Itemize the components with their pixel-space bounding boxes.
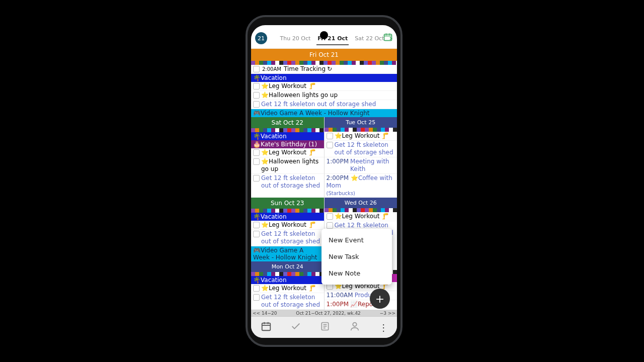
- day-header-sat[interactable]: Sat Oct 22: [251, 117, 324, 128]
- event-label: Meeting with Keith: [350, 158, 396, 173]
- checkbox-icon[interactable]: [253, 92, 260, 99]
- checkbox-icon[interactable]: [253, 66, 260, 72]
- overflow-icon[interactable]: ⋮: [379, 322, 387, 333]
- bottom-nav: ⋮: [251, 316, 397, 338]
- fab-add[interactable]: +: [370, 289, 390, 309]
- goto-date-icon[interactable]: [383, 32, 393, 44]
- event-vacation[interactable]: 🌴Vacation: [251, 276, 324, 284]
- event-skeleton[interactable]: Get 12 ft skeleton out of storage shed: [251, 293, 324, 310]
- event-meeting[interactable]: 1:00PM Meeting with Keith: [325, 157, 397, 174]
- category-strip: [251, 61, 397, 65]
- tasks-icon[interactable]: [290, 321, 301, 334]
- notes-icon[interactable]: [320, 321, 330, 333]
- event-leg-workout[interactable]: ⭐Leg Workout 🦵: [251, 284, 324, 293]
- checkbox-icon[interactable]: [253, 101, 260, 108]
- checkbox-icon[interactable]: [327, 213, 333, 220]
- event-label: ⭐Leg Workout 🦵: [335, 213, 389, 220]
- svg-rect-1: [262, 323, 270, 331]
- event-label: Get 12 ft skeleton out of storage shed: [261, 174, 323, 190]
- today-circle[interactable]: 21: [255, 32, 267, 44]
- app-screen: 21 Thu 20 Oct Fri 21 Oct Sat 22 Oct Fri …: [251, 25, 397, 338]
- category-strip: [251, 209, 324, 213]
- event-leg-workout[interactable]: ⭐Leg Workout 🦵: [325, 212, 397, 221]
- checkbox-icon[interactable]: [327, 142, 333, 148]
- event-time: 2:00AM: [261, 65, 282, 73]
- event-videogame[interactable]: 🎮Video Game A Week - Hollow Knight: [251, 246, 324, 261]
- event-vacation[interactable]: 🌴Vacation: [251, 74, 397, 82]
- day-header-sun[interactable]: Sun Oct 23: [251, 198, 324, 209]
- event-label: ⭐Leg Workout 🦵: [261, 285, 316, 292]
- week-range: Oct 21−Oct 27, 2022, wk.42: [296, 311, 361, 316]
- prev-week[interactable]: << 14−20: [253, 311, 277, 316]
- event-label: Time Tracking: [284, 65, 326, 73]
- event-coffee[interactable]: 2:00PM ⭐Coffee with Mom (Starbucks): [325, 174, 397, 198]
- event-label: Get 12 ft skeleton out of storage shed: [261, 230, 323, 245]
- event-label: ⭐Leg Workout 🦵: [335, 132, 389, 140]
- menu-new-event[interactable]: New Event: [321, 232, 392, 248]
- event-videogame[interactable]: 🎮Video Game A Week - Hollow Knight: [251, 109, 397, 117]
- event-vacation[interactable]: 🌴Vacation: [251, 213, 324, 221]
- camera-notch: [320, 31, 328, 39]
- event-leg-workout[interactable]: ⭐Leg Workout 🦵: [251, 148, 324, 157]
- checkbox-icon[interactable]: [253, 294, 260, 301]
- checkbox-icon[interactable]: [253, 175, 260, 182]
- svg-point-3: [353, 323, 356, 326]
- event-birthday[interactable]: 🎂Kate's Birthday (1): [251, 140, 324, 148]
- checkbox-icon[interactable]: [253, 222, 260, 228]
- event-label: Get 12 ft skeleton out of storage shed: [261, 294, 323, 309]
- event-leg-workout[interactable]: ⭐Leg Workout 🦵: [251, 82, 397, 91]
- checkbox-icon[interactable]: [253, 149, 260, 156]
- event-skeleton[interactable]: Get 12 ft skeleton out of storage shed: [251, 174, 324, 190]
- day-header-tue[interactable]: Tue Oct 25: [325, 117, 397, 128]
- col-sat: Sat Oct 22 🌴Vacation 🎂Kate's Birthday (1…: [251, 117, 325, 198]
- menu-new-task[interactable]: New Task: [321, 248, 392, 265]
- category-strip: [325, 128, 397, 132]
- event-skeleton[interactable]: Get 12 ft skeleton out of storage shed: [325, 141, 397, 157]
- event-time: 11:00AM: [327, 292, 353, 299]
- event-leg-workout[interactable]: ⭐Leg Workout 🦵: [251, 221, 324, 230]
- event-skeleton[interactable]: Get 12 ft skeleton out of storage shed: [251, 100, 397, 109]
- category-strip: [251, 272, 324, 276]
- week-info-bar: << 14−20 Oct 21−Oct 27, 2022, wk.42 −3 >…: [251, 310, 397, 317]
- date-tabs: Thu 20 Oct Fri 21 Oct Sat 22 Oct: [267, 35, 397, 42]
- day-header-mon[interactable]: Mon Oct 24: [251, 261, 324, 272]
- checkbox-icon[interactable]: [253, 285, 260, 292]
- checkbox-icon[interactable]: [327, 222, 333, 229]
- tab-prev-day[interactable]: Thu 20 Oct: [280, 35, 311, 42]
- event-time: 1:00PM: [327, 301, 349, 308]
- event-location: (Starbucks): [327, 191, 356, 196]
- next-week[interactable]: −3 >>: [380, 311, 395, 316]
- event-label: Get 12 ft skeleton out of storage shed: [335, 141, 396, 156]
- event-leg-workout[interactable]: ⭐Leg Workout 🦵: [325, 132, 397, 141]
- profile-icon[interactable]: [349, 321, 360, 334]
- event-halloween[interactable]: ⭐Halloween lights go up: [251, 91, 397, 100]
- category-strip: [251, 128, 324, 132]
- day-header-fri[interactable]: Fri Oct 21: [251, 49, 397, 61]
- event-label: ⭐Halloween lights go up: [261, 92, 338, 99]
- row-sat-tue: Sat Oct 22 🌴Vacation 🎂Kate's Birthday (1…: [251, 117, 397, 198]
- phone-frame: 21 Thu 20 Oct Fri 21 Oct Sat 22 Oct Fri …: [246, 15, 403, 347]
- create-menu: New Event New Task New Note: [321, 229, 392, 285]
- day-header-wed[interactable]: Wed Oct 26: [325, 198, 397, 208]
- event-time: 2:00PM: [327, 174, 349, 182]
- checkbox-icon[interactable]: [327, 133, 333, 139]
- calendar-icon[interactable]: [261, 321, 272, 334]
- event-label: Get 12 ft skeleton out of storage shed: [261, 101, 376, 108]
- event-label: ⭐Leg Workout 🦵: [261, 82, 316, 90]
- event-time-tracking[interactable]: 2:00AM Time Tracking ↻: [251, 65, 397, 74]
- refresh-icon: ↻: [327, 65, 332, 73]
- event-label: ⭐Halloween lights go up: [261, 158, 323, 173]
- event-skeleton[interactable]: Get 12 ft skeleton out of storage shed: [251, 230, 324, 246]
- menu-new-note[interactable]: New Note: [321, 265, 392, 282]
- tab-next-day[interactable]: Sat 22 Oct: [355, 35, 384, 42]
- event-label: ⭐Leg Workout 🦵: [261, 221, 316, 229]
- checkbox-icon[interactable]: [253, 158, 260, 165]
- checkbox-icon[interactable]: [253, 83, 260, 89]
- event-time: 1:00PM: [327, 158, 349, 165]
- col-sun: Sun Oct 23 🌴Vacation ⭐Leg Workout 🦵 Get …: [251, 198, 325, 261]
- checkbox-icon[interactable]: [253, 231, 260, 237]
- col-tue: Tue Oct 25 ⭐Leg Workout 🦵 Get 12 ft skel…: [325, 117, 397, 198]
- event-halloween[interactable]: ⭐Halloween lights go up: [251, 157, 324, 174]
- event-label: ⭐Leg Workout 🦵: [261, 149, 316, 156]
- event-vacation[interactable]: 🌴Vacation: [251, 132, 324, 140]
